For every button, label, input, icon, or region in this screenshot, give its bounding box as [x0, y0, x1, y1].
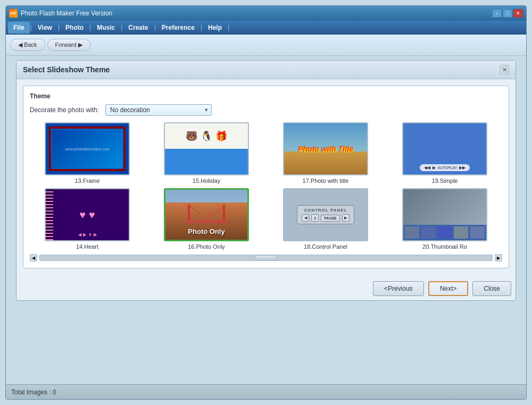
- scroll-right-arrow[interactable]: ▶: [495, 254, 502, 261]
- toolbar-btn-2[interactable]: Forward ▶: [47, 39, 90, 51]
- thumb-20-mini-5: [470, 226, 485, 239]
- svg-line-4: [206, 206, 225, 220]
- menu-item-view[interactable]: View: [32, 22, 57, 33]
- bear-icon: 🐻: [186, 130, 197, 142]
- thumb-14-next: ▶: [94, 232, 97, 237]
- thumb-item-14[interactable]: ♥ ♥ ◀ ▶ ⏸ ▶ 14.Heart: [30, 188, 145, 250]
- thumb-14-filmstrip: [46, 189, 53, 240]
- dialog-body: Theme Decorate the photo with: No decora…: [16, 79, 516, 275]
- dialog: Select Slideshow Theme ✕ Theme Decorate …: [16, 60, 516, 301]
- thumb-20-mini-1: [404, 226, 420, 239]
- minimize-button[interactable]: −: [492, 9, 502, 18]
- thumb-13-watermark: www.photoflashmaker.com: [65, 147, 109, 151]
- thumb-img-14[interactable]: ♥ ♥ ◀ ▶ ⏸ ▶: [45, 188, 130, 241]
- next-button[interactable]: Next>: [428, 281, 469, 296]
- thumb-19-controls: ◀◀ ▶ AUTOPLAY ▶▶: [420, 164, 470, 171]
- thumb-label-17: 17.Photo with title: [303, 178, 349, 184]
- dialog-close-icon[interactable]: ✕: [500, 65, 509, 74]
- menu-item-preference[interactable]: Preference: [156, 22, 200, 33]
- thumb-label-18: 18.Control Panel: [304, 243, 347, 250]
- thumb-img-17[interactable]: Photo with Title: [283, 122, 368, 175]
- close-dialog-button[interactable]: Close: [472, 281, 511, 296]
- thumb-17-sand: [284, 151, 367, 174]
- dialog-footer: <Previous Next> Close: [16, 275, 516, 300]
- thumb-14-prev: ◀: [78, 232, 81, 237]
- menu-item-photo[interactable]: Photo: [60, 22, 89, 33]
- play-icon: ▶: [433, 165, 436, 170]
- thumb-item-13[interactable]: www.photoflashmaker.com 13.Frame: [30, 122, 145, 184]
- thumb-label-13: 13.Frame: [74, 178, 99, 184]
- toolbar: ◀ Back Forward ▶: [6, 35, 526, 56]
- main-area: Select Slideshow Theme ✕ Theme Decorate …: [6, 56, 526, 305]
- thumb-15-top: 🐻 🐧 🎁: [165, 123, 248, 149]
- toolbar-btn-1[interactable]: ◀ Back: [10, 39, 45, 51]
- thumb-18-panel: CONTROL PANEL ◀ ⏸ PAUSE ▶: [297, 205, 354, 224]
- thumb-19-content: ◀◀ ▶ AUTOPLAY ▶▶: [403, 123, 486, 174]
- thumb-item-17[interactable]: Photo with Title 17.Photo with title: [268, 122, 383, 184]
- thumb-14-hearts: ♥ ♥: [79, 209, 95, 221]
- thumb-15-bottom: [165, 149, 248, 174]
- thumb-16-content: Photo Only: [165, 190, 247, 240]
- theme-section: Theme Decorate the photo with: No decora…: [23, 86, 509, 268]
- thumb-15-content: 🐻 🐧 🎁: [165, 123, 248, 174]
- thumb-13-content: www.photoflashmaker.com: [46, 123, 129, 174]
- thumb-13-inner: www.photoflashmaker.com: [52, 130, 122, 168]
- thumb-20-mini-4: [453, 226, 469, 239]
- thumb-item-15[interactable]: 🐻 🐧 🎁 15.Holiday: [149, 122, 264, 184]
- thumb-item-16[interactable]: Photo Only 16.Photo Only: [149, 188, 264, 250]
- thumb-16-bridge: [185, 205, 228, 226]
- thumbnails-grid: www.photoflashmaker.com 13.Frame: [30, 122, 502, 250]
- thumb-item-19[interactable]: ◀◀ ▶ AUTOPLAY ▶▶ 19.Simple: [387, 122, 502, 184]
- thumb-18-play-btn: ⏸: [311, 214, 319, 222]
- scroll-thumb[interactable]: [255, 255, 277, 260]
- theme-section-label: Theme: [30, 92, 502, 100]
- thumb-img-16[interactable]: Photo Only: [164, 188, 249, 241]
- dialog-titlebar: Select Slideshow Theme ✕: [16, 61, 516, 79]
- penguin-icon: 🐧: [201, 130, 212, 142]
- thumb-item-20[interactable]: 20.Thumbnail Ro: [387, 188, 502, 250]
- menu-item-create[interactable]: Create: [123, 22, 153, 33]
- thumb-img-18[interactable]: CONTROL PANEL ◀ ⏸ PAUSE ▶: [283, 188, 368, 241]
- app-window: PF Photo Flash Maker Free Version − □ ✕ …: [5, 5, 527, 400]
- theme-select[interactable]: No decoration Frame Holiday Photo with t…: [105, 104, 212, 116]
- thumb-img-20[interactable]: [402, 188, 487, 241]
- thumb-16-text: Photo Only: [188, 227, 225, 235]
- decorate-row: Decorate the photo with: No decoration F…: [30, 104, 502, 116]
- thumb-label-19: 19.Simple: [432, 178, 458, 184]
- scroll-track[interactable]: [39, 255, 493, 261]
- thumb-18-content: CONTROL PANEL ◀ ⏸ PAUSE ▶: [284, 189, 367, 240]
- menu-sep-7: |: [227, 24, 230, 31]
- menu-item-file[interactable]: File: [8, 22, 30, 33]
- menu-item-help[interactable]: Help: [203, 22, 227, 33]
- thumb-img-19[interactable]: ◀◀ ▶ AUTOPLAY ▶▶: [402, 122, 487, 175]
- autoplay-label: AUTOPLAY: [438, 166, 458, 170]
- next-icon: ▶▶: [459, 165, 466, 170]
- thumb-20-mini-2: [421, 226, 436, 239]
- gift-icon: 🎁: [215, 130, 227, 142]
- thumb-20-main: [403, 189, 486, 225]
- maximize-button[interactable]: □: [503, 9, 512, 18]
- menu-item-music[interactable]: Music: [92, 22, 120, 33]
- title-bar: PF Photo Flash Maker Free Version − □ ✕: [6, 6, 526, 21]
- close-button[interactable]: ✕: [513, 9, 523, 18]
- thumb-img-15[interactable]: 🐻 🐧 🎁: [164, 122, 249, 175]
- thumb-item-18[interactable]: CONTROL PANEL ◀ ⏸ PAUSE ▶: [268, 188, 383, 250]
- previous-button[interactable]: <Previous: [373, 281, 424, 296]
- thumb-img-13[interactable]: www.photoflashmaker.com: [45, 122, 130, 175]
- thumb-14-pause: ⏸: [88, 232, 92, 237]
- svg-rect-2: [185, 221, 228, 223]
- thumb-18-panel-label: CONTROL PANEL: [304, 208, 347, 213]
- title-controls: − □ ✕: [492, 9, 523, 18]
- thumb-18-next-btn: ▶: [342, 214, 350, 222]
- decorate-label: Decorate the photo with:: [30, 106, 99, 114]
- app-icon-text: PF: [10, 11, 16, 16]
- scroll-left-arrow[interactable]: ◀: [30, 254, 37, 261]
- theme-select-wrapper[interactable]: No decoration Frame Holiday Photo with t…: [105, 104, 212, 116]
- prev-icon: ◀◀: [424, 165, 430, 170]
- status-bar: Total Images : 0: [6, 384, 526, 399]
- thumb-18-controls: ◀ ⏸ PAUSE ▶: [302, 214, 350, 222]
- thumb-label-16: 16.Photo Only: [188, 243, 225, 250]
- app-title: Photo Flash Maker Free Version: [21, 10, 112, 17]
- menu-bar: File | View | Photo | Music | Create | P…: [6, 21, 526, 35]
- thumb-label-15: 15.Holiday: [193, 178, 220, 184]
